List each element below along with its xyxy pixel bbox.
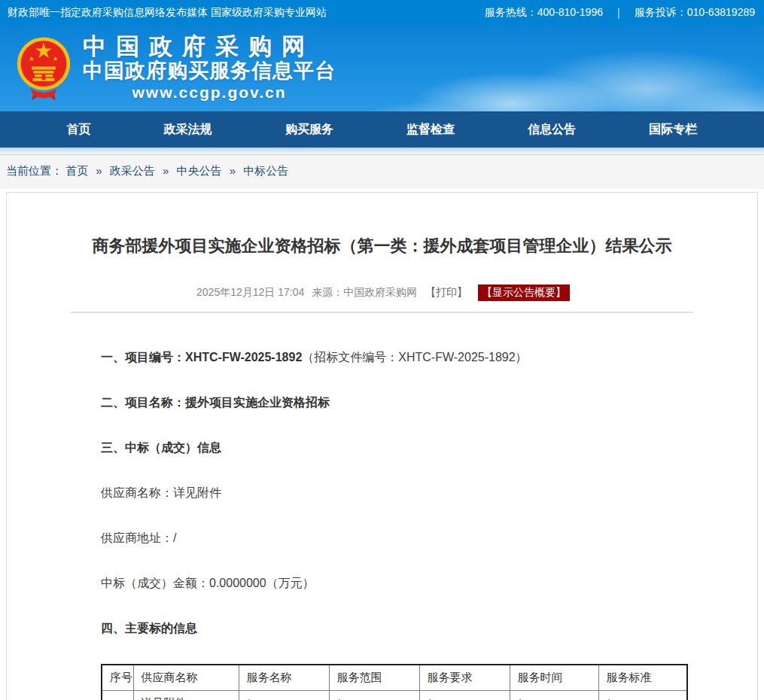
site-name: 中国政府采购网 [83, 34, 336, 59]
nav-item-purchase-services[interactable]: 购买服务 [275, 117, 344, 142]
nav-bottom-strip [0, 148, 764, 155]
breadcrumb-separator: » [230, 164, 236, 177]
article-meta: 2025年12月12日 17:04 来源：中国政府采购网 【打印】 【显示公告概… [7, 285, 757, 301]
site-slogan: 财政部唯一指定政府采购信息网络发布媒体 国家级政府采购专业网站 [8, 6, 327, 20]
publish-date: 2025年12月12日 17:04 [196, 286, 304, 298]
article-body: 一、项目编号：XHTC-FW-2025-1892（招标文件编号：XHTC-FW-… [7, 313, 757, 700]
cell-service-name: / [239, 691, 329, 700]
cell-service-standard: / [598, 691, 687, 700]
article-title: 商务部援外项目实施企业资格招标（第一类：援外成套项目管理企业）结果公示 [7, 193, 757, 257]
col-header-service-standard: 服务标准 [598, 665, 687, 691]
paragraph-supplier-name: 供应商名称：详见附件 [101, 485, 689, 501]
paragraph-supplier-address: 供应商地址：/ [101, 530, 689, 546]
col-header-service-time: 服务时间 [510, 665, 598, 691]
nav-item-announcements[interactable]: 信息公告 [517, 117, 586, 142]
content-panel: 商务部援外项目实施企业资格招标（第一类：援外成套项目管理企业）结果公示 2025… [6, 192, 758, 700]
china-national-emblem-icon [14, 35, 74, 102]
cell-seq: 1 [102, 691, 133, 700]
nav-item-international[interactable]: 国际专栏 [638, 117, 708, 142]
top-utility-bar: 财政部唯一指定政府采购信息网络发布媒体 国家级政府采购专业网站 服务热线：400… [0, 0, 764, 25]
site-url: www.ccgp.gov.cn [83, 83, 336, 102]
service-hotline: 服务热线：400-810-1996 [485, 6, 603, 20]
site-logo[interactable]: 中国政府采购网 中国政府购买服务信息平台 www.ccgp.gov.cn [0, 34, 336, 102]
table-header-row: 序号 供应商名称 服务名称 服务范围 服务要求 服务时间 服务标准 [102, 665, 687, 691]
cell-service-requirement: / [419, 691, 510, 700]
breadcrumb-label: 当前位置： [6, 164, 62, 177]
main-nav: 首页 政采法规 购买服务 监督检查 信息公告 国际专栏 [0, 111, 764, 148]
nav-item-supervision[interactable]: 监督检查 [396, 117, 465, 142]
col-header-service-name: 服务名称 [239, 665, 329, 691]
breadcrumb-separator: » [163, 164, 169, 177]
paragraph-award-info-heading: 三、中标（成交）信息 [101, 440, 689, 456]
breadcrumb-separator: » [96, 164, 102, 177]
col-header-seq: 序号 [102, 665, 133, 691]
breadcrumb-home[interactable]: 首页 [65, 164, 88, 177]
paragraph-main-subject-heading: 四、主要标的信息 [101, 620, 689, 637]
cell-service-scope: / [329, 691, 419, 700]
paragraph-award-amount: 中标（成交）金额：0.0000000（万元） [101, 575, 689, 592]
article-source: 来源：中国政府采购网 [312, 286, 417, 298]
main-subject-table: 序号 供应商名称 服务名称 服务范围 服务要求 服务时间 服务标准 1 详见附件… [101, 664, 688, 700]
paragraph-project-number: 一、项目编号：XHTC-FW-2025-1892（招标文件编号：XHTC-FW-… [101, 349, 689, 366]
table-row: 1 详见附件 / / / / / [102, 691, 687, 700]
cell-service-time: / [510, 691, 598, 700]
nav-item-home[interactable]: 首页 [56, 117, 102, 142]
col-header-service-scope: 服务范围 [329, 665, 419, 691]
col-header-service-requirement: 服务要求 [419, 665, 510, 691]
show-summary-button[interactable]: 【显示公告概要】 [478, 285, 570, 301]
breadcrumb: 当前位置： 首页 » 政采公告 » 中央公告 » 中标公告 [0, 155, 764, 189]
breadcrumb-procurement-notices[interactable]: 政采公告 [110, 164, 155, 177]
breadcrumb-central-notices[interactable]: 中央公告 [177, 164, 222, 177]
service-complaint: 服务投诉：010-63819289 [635, 6, 755, 20]
print-button[interactable]: 【打印】 [425, 286, 467, 298]
topbar-separator: ｜ [613, 6, 624, 20]
cell-supplier: 详见附件 [133, 691, 239, 700]
paragraph-project-name: 二、项目名称：援外项目实施企业资格招标 [101, 394, 689, 411]
site-header: 中国政府采购网 中国政府购买服务信息平台 www.ccgp.gov.cn [0, 25, 764, 111]
nav-item-regulations[interactable]: 政采法规 [154, 117, 223, 142]
site-subtitle: 中国政府购买服务信息平台 [83, 59, 336, 83]
col-header-supplier: 供应商名称 [133, 665, 239, 691]
breadcrumb-award-notices[interactable]: 中标公告 [243, 164, 288, 177]
